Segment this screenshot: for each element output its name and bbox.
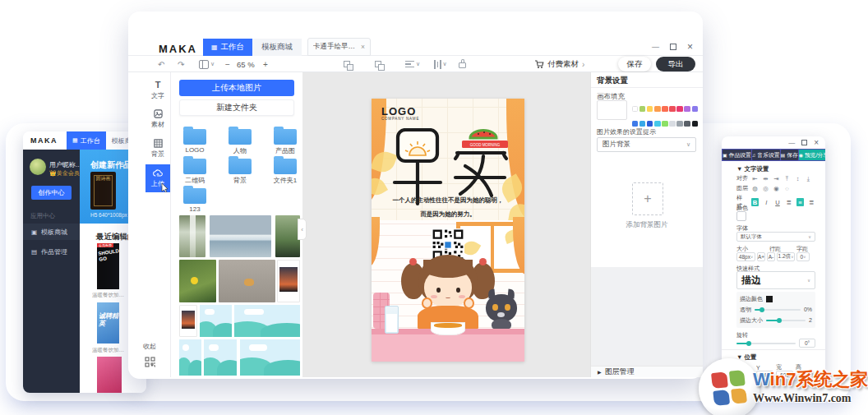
avatar[interactable] (30, 159, 46, 175)
color-swatch[interactable] (684, 106, 690, 113)
layer-top-icon[interactable]: ◉ (773, 185, 780, 192)
thumb-flower[interactable] (179, 260, 216, 302)
thumb-cloud-3[interactable] (179, 339, 201, 376)
work-settings-button[interactable]: ▣作品设置 (723, 150, 751, 160)
recent-poster-3[interactable] (97, 357, 122, 393)
save-button[interactable]: 保存 (618, 57, 651, 71)
tab-workspace-main[interactable]: ▦工作台 (203, 39, 252, 56)
thumb-tree[interactable] (275, 215, 300, 257)
folder-logo[interactable]: LOGO (177, 127, 213, 154)
layer-bottom-icon[interactable]: ◌ (783, 185, 791, 192)
current-fill-swatch[interactable] (597, 100, 627, 120)
rail-item-background[interactable]: 背景 (145, 135, 170, 163)
recent-poster-1[interactable]: 会员免费 SHOULD GO (97, 243, 119, 289)
close-button[interactable]: × (687, 41, 693, 53)
document-tab-close-icon[interactable]: × (361, 43, 365, 51)
stroke-size-slider[interactable] (766, 320, 806, 321)
collapse-label[interactable]: 收起 (128, 342, 171, 351)
align-middle-icon[interactable]: ↕ (794, 175, 801, 182)
folder-qrcode[interactable]: 二维码 (177, 156, 213, 185)
distribute-icon[interactable]: ∨ (434, 56, 447, 72)
rail-item-upload[interactable]: 上传 (145, 164, 170, 192)
align-icon[interactable]: ∨ (405, 56, 420, 72)
close-button[interactable]: × (814, 138, 819, 147)
color-swatch[interactable] (669, 106, 676, 113)
color-swatch[interactable] (639, 121, 646, 127)
paid-assets[interactable]: 付费素材› (534, 56, 584, 72)
align-center-icon[interactable]: ⇹ (762, 175, 769, 182)
new-work-poster[interactable]: 圆诗画 (90, 172, 116, 210)
send-backward-icon[interactable] (375, 56, 381, 72)
text-settings-header[interactable]: ▼ 文字设置 (736, 165, 769, 173)
color-swatch[interactable] (654, 121, 661, 127)
thumb-cloud-1[interactable] (200, 305, 232, 337)
layer-down-icon[interactable]: ◎ (762, 185, 769, 192)
bring-forward-icon[interactable] (344, 56, 350, 72)
design-poster[interactable]: LOGO COMPANY NAME GOOD (372, 99, 524, 362)
maximize-button[interactable] (801, 140, 807, 145)
line-height-dropdown[interactable]: 1.2倍∨ (777, 252, 795, 261)
sidebar-item-template-store[interactable]: ▣模板商城 (23, 224, 80, 240)
font-dropdown[interactable]: 默认字体∨ (736, 232, 815, 242)
username[interactable]: 用户昵称... (49, 160, 81, 169)
tracking-dropdown[interactable]: 0∨ (796, 252, 810, 261)
tab-workspace[interactable]: ▦工作台 (67, 131, 106, 150)
zoom-out-button[interactable]: − (225, 56, 230, 72)
font-smaller-button[interactable]: A- (767, 252, 775, 261)
thumb-sunset-app[interactable] (277, 260, 300, 302)
sidebar-item-works[interactable]: ▤作品管理 (23, 243, 80, 260)
thumb-cloud-2[interactable] (234, 305, 300, 337)
create-center-button[interactable]: 创作中心 (31, 186, 72, 200)
export-button[interactable]: 导出 (656, 57, 695, 71)
color-swatch[interactable] (662, 121, 668, 127)
color-swatch[interactable] (684, 121, 690, 127)
zoom-in-button[interactable]: + (263, 56, 268, 72)
color-swatch[interactable] (632, 121, 639, 127)
font-bigger-button[interactable]: A+ (757, 252, 765, 261)
text-color-swatch[interactable] (736, 211, 746, 221)
recent-poster-2[interactable]: 诚聘精英 (97, 302, 119, 344)
thumb-ocean[interactable] (210, 215, 271, 257)
maximize-button[interactable] (670, 44, 676, 50)
thumb-cloud-4[interactable] (204, 339, 237, 376)
add-bg-dropzone[interactable]: + (632, 182, 663, 215)
rail-item-material[interactable]: 素材 (145, 105, 170, 133)
color-swatch[interactable] (692, 121, 699, 127)
thumb-dog[interactable] (219, 260, 275, 302)
color-swatch[interactable] (639, 106, 646, 113)
layer-manager-bar[interactable]: ▶图层管理 (591, 366, 703, 377)
qr-preview-icon[interactable] (145, 357, 155, 367)
color-swatch[interactable] (654, 106, 661, 113)
font-size-dropdown[interactable]: 48px∨ (736, 252, 755, 261)
folder-background[interactable]: 背景 (222, 156, 258, 185)
quick-style-dropdown[interactable]: 描边 ∨ (736, 271, 815, 289)
document-tab[interactable]: 卡通手绘早安问候... × (307, 38, 371, 56)
rotate-slider[interactable] (736, 343, 796, 344)
align-left-icon[interactable]: ⇤ (751, 175, 759, 182)
thumb-sunset-small[interactable] (179, 305, 197, 337)
stroke-color-swatch[interactable] (766, 296, 773, 302)
folder-people[interactable]: 人物 (222, 127, 258, 155)
folder-product[interactable]: 产品图 (267, 127, 303, 155)
rotate-input[interactable]: 0° (799, 339, 815, 348)
tab-template-store-main[interactable]: 模板商城 (252, 39, 302, 56)
canvas-size-icon[interactable]: ∨ (199, 56, 215, 72)
redo-icon[interactable]: ↷ (178, 56, 184, 72)
save-button[interactable]: ▤保存 (781, 150, 798, 160)
panel-collapse-handle[interactable]: ‹ (298, 219, 307, 240)
opacity-slider[interactable] (755, 309, 801, 311)
color-swatch[interactable] (676, 121, 683, 127)
upload-local-button[interactable]: 上传本地图片 (179, 80, 294, 96)
thumb-cloud-5[interactable] (240, 339, 300, 376)
align-top-icon[interactable]: ⤒ (783, 175, 791, 182)
thumb-waterfall[interactable] (179, 215, 205, 257)
undo-icon[interactable]: ↶ (158, 56, 164, 72)
preview-share-button[interactable]: ◉预览/分享 (799, 150, 825, 160)
color-swatch[interactable] (647, 106, 653, 113)
music-settings-button[interactable]: ♫音乐设置 (752, 150, 780, 160)
align-right-icon[interactable]: ⇥ (773, 175, 780, 182)
color-swatch[interactable] (669, 121, 676, 127)
color-swatch[interactable] (647, 121, 653, 127)
minimize-button[interactable]: — (652, 43, 659, 51)
layer-up-icon[interactable]: ◍ (751, 185, 759, 192)
